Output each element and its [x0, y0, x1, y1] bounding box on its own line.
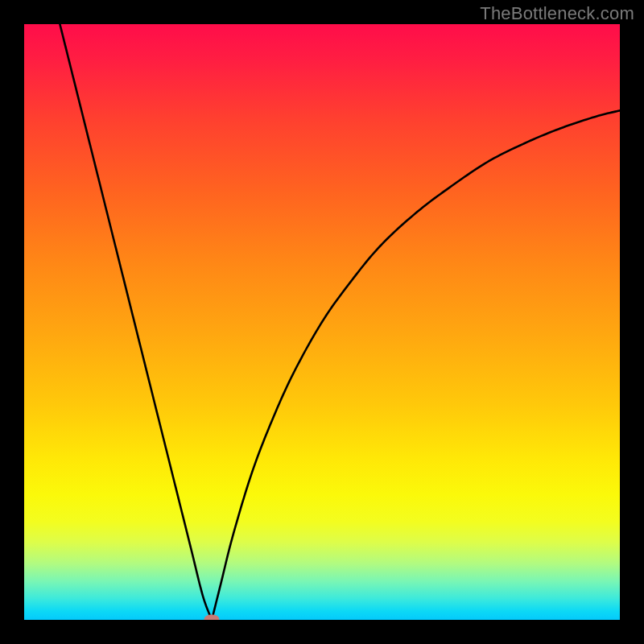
curve-svg — [24, 24, 620, 620]
plot-area — [24, 24, 620, 620]
watermark-text: TheBottleneck.com — [480, 3, 634, 24]
minimum-marker — [204, 615, 220, 621]
chart-frame: TheBottleneck.com — [0, 0, 644, 644]
bottleneck-curve — [60, 24, 620, 620]
